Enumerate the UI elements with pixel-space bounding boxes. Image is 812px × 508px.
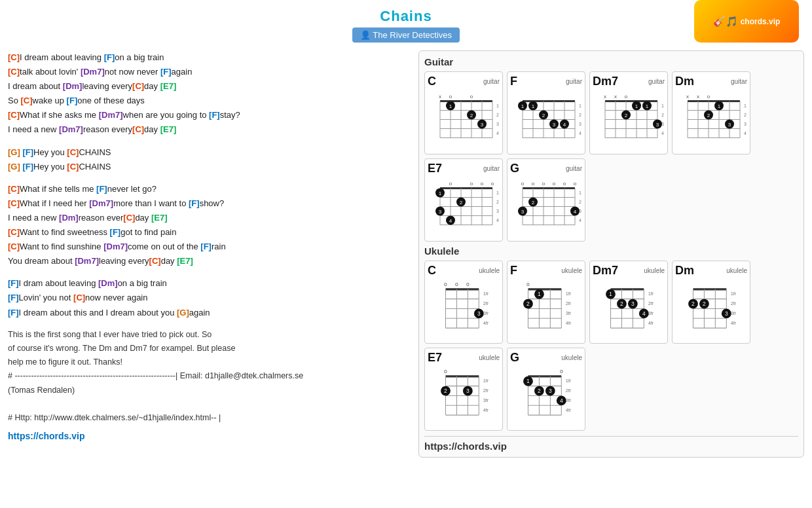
chord-tag[interactable]: [Dm7] [59, 124, 83, 134]
chord-box-f-ukulele[interactable]: F ukulele o 1fr [507, 261, 585, 344]
chord-tag[interactable]: [C] [67, 147, 79, 157]
chord-tag[interactable]: [C] [132, 124, 144, 134]
svg-text:2: 2 [538, 388, 541, 394]
chord-tag[interactable]: [F] [209, 110, 220, 120]
chord-tag[interactable]: [C] [8, 227, 20, 237]
lyrics-line: [C]What if I need her [Dm7]more than I w… [8, 196, 411, 211]
chord-tag[interactable]: [Dm] [98, 278, 118, 288]
chord-box-g-guitar[interactable]: G guitar o o o o o o [507, 158, 585, 242]
chord-box-dm7-ukulele[interactable]: Dm7 ukulele 1fr 2fr [589, 261, 668, 344]
chord-tag[interactable]: [E7] [160, 124, 177, 134]
svg-text:1fr: 1fr [483, 378, 489, 384]
chord-box-title: Dm guitar [675, 75, 747, 88]
lyrics-line: [F]I dream about this and I dream about … [8, 306, 411, 320]
chord-diagram-f-uke: o 1fr 2fr 3fr 4fr [511, 280, 581, 338]
chord-tag[interactable]: [F] [96, 184, 107, 194]
svg-text:o: o [481, 181, 484, 187]
chord-tag[interactable]: [Dm7] [81, 67, 105, 77]
chord-tag[interactable]: [Dm] [59, 213, 79, 223]
svg-text:o: o [449, 94, 452, 100]
chord-tag[interactable]: [C] [8, 110, 20, 120]
chord-box-title: Dm ukulele [675, 264, 747, 278]
svg-text:3: 3 [481, 122, 484, 128]
svg-text:3fr: 3fr [496, 122, 499, 126]
chord-tag[interactable]: [F] [8, 308, 19, 318]
svg-text:2fr: 2fr [648, 300, 654, 306]
chord-box-title: G guitar [510, 162, 582, 175]
chord-tag[interactable]: [C] [21, 96, 33, 105]
chord-box-e7-guitar[interactable]: E7 guitar o o o o [424, 158, 503, 242]
chord-tag[interactable]: [F] [110, 227, 121, 237]
chord-tag[interactable]: [Dm] [63, 81, 83, 91]
chord-box-c-guitar[interactable]: C guitar x o o [424, 71, 503, 154]
svg-text:4fr: 4fr [496, 131, 499, 136]
chord-tag[interactable]: [C] [132, 81, 144, 91]
chord-tag[interactable]: [C] [67, 162, 79, 172]
website-link[interactable]: https://chords.vip [8, 429, 411, 444]
chord-box-e7-ukulele[interactable]: E7 ukulele o 1fr [424, 348, 503, 431]
svg-text:3: 3 [725, 310, 728, 317]
lyrics-line: [C]talk about lovin' [Dm7]not now never … [8, 65, 411, 79]
lyrics-blank [8, 174, 411, 182]
chord-tag[interactable]: [F] [22, 162, 33, 172]
svg-text:2fr: 2fr [566, 300, 572, 306]
chord-tag[interactable]: [F] [67, 96, 78, 105]
chord-tag[interactable]: [G] [8, 162, 20, 172]
chord-tag[interactable]: [C] [73, 293, 85, 302]
logo-text: chords.vip [741, 17, 781, 26]
chord-box-g-ukulele[interactable]: G ukulele o 1fr [507, 348, 585, 431]
lyrics-line: [C]What if she tells me [F]never let go? [8, 182, 411, 196]
guitar-section-label: Guitar [424, 56, 798, 67]
svg-text:4fr: 4fr [731, 320, 737, 326]
chord-tag[interactable]: [C] [8, 67, 20, 77]
note-line: of course it's wrong. The Dm and Dm7 for… [8, 342, 411, 355]
chord-tag[interactable]: [E7] [160, 81, 177, 91]
chord-tag[interactable]: [Dm7] [89, 198, 113, 208]
page-wrapper: Chains 👤 The River Detectives 🎸🎵 chords.… [0, 0, 812, 508]
svg-text:o: o [444, 368, 447, 374]
svg-text:1fr: 1fr [579, 103, 581, 108]
chord-tag[interactable]: [C] [8, 198, 20, 208]
chord-tag[interactable]: [G] [177, 308, 189, 318]
chord-tag[interactable]: [F] [8, 278, 19, 288]
chord-type: guitar [731, 78, 747, 85]
chord-tag[interactable]: [C] [8, 184, 20, 194]
lyrics-line: So [C]wake up [F]one of these days [8, 94, 411, 108]
chord-box-c-ukulele[interactable]: C ukulele o o o [424, 261, 503, 344]
chord-tag[interactable]: [F] [160, 67, 172, 77]
svg-text:2: 2 [542, 113, 545, 118]
chord-box-dm-ukulele[interactable]: Dm ukulele 1fr 2fr [672, 261, 750, 344]
svg-text:4fr: 4fr [648, 320, 654, 326]
svg-text:4fr: 4fr [566, 320, 572, 326]
svg-text:3fr: 3fr [566, 397, 572, 403]
artist-name: The River Detectives [373, 30, 452, 40]
chord-box-dm-guitar[interactable]: Dm guitar x x o [672, 71, 750, 154]
svg-text:2fr: 2fr [579, 200, 581, 204]
notes: This is the first song that I ever have … [8, 328, 411, 445]
lyrics-line: [C]I dream about leaving [F]on a big tra… [8, 50, 411, 65]
chord-tag[interactable]: [Dm7] [103, 242, 128, 251]
svg-text:3: 3 [477, 310, 481, 317]
chord-tag[interactable]: [F] [189, 198, 200, 208]
chord-tag[interactable]: [F] [104, 52, 115, 62]
chord-tag[interactable]: [C] [149, 256, 161, 266]
chord-box-dm7-guitar[interactable]: Dm7 guitar x x o [589, 71, 668, 154]
svg-text:1: 1 [532, 103, 535, 109]
chord-tag[interactable]: [F] [22, 147, 33, 157]
chord-tag[interactable]: [F] [8, 293, 19, 302]
chord-tag[interactable]: [F] [200, 242, 212, 251]
chord-tag[interactable]: [C] [123, 213, 135, 223]
chord-tag[interactable]: [Dm7] [99, 110, 123, 120]
artist-badge[interactable]: 👤 The River Detectives [352, 27, 460, 43]
chord-box-f-guitar[interactable]: F guitar 1f [507, 71, 585, 154]
chord-tag[interactable]: [E7] [177, 256, 193, 266]
chord-tag[interactable]: [Dm7] [75, 256, 99, 266]
chord-name: E7 [428, 351, 442, 365]
svg-text:o: o [470, 94, 473, 100]
svg-text:4fr: 4fr [579, 131, 581, 136]
chord-tag[interactable]: [C] [8, 242, 20, 251]
lyrics-blank [8, 137, 411, 145]
chord-tag[interactable]: [E7] [151, 213, 168, 223]
chord-tag[interactable]: [C] [8, 52, 20, 62]
chord-tag[interactable]: [G] [8, 147, 20, 157]
